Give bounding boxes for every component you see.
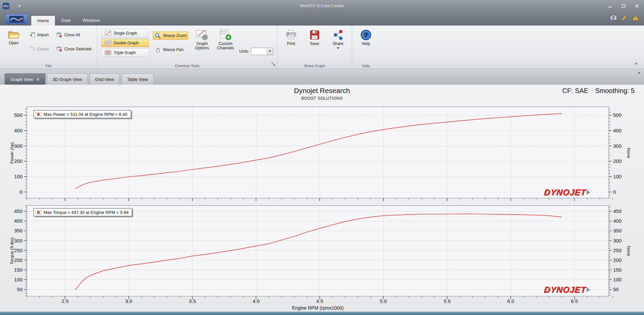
ribbon-group-help: ? Help Help bbox=[352, 26, 380, 69]
close-button[interactable] bbox=[632, 2, 642, 10]
double-graph-button[interactable]: Double Graph bbox=[101, 39, 149, 47]
share-nodes-icon bbox=[332, 29, 344, 41]
y-tick-label: 500 bbox=[613, 112, 622, 118]
hand-icon bbox=[155, 47, 161, 53]
y-tick-label: 450 bbox=[613, 208, 622, 214]
graph-view-panel: Dynojet Research BOOST SOLUTIONS CF: SAE… bbox=[0, 85, 644, 312]
open-button[interactable]: Open bbox=[4, 28, 23, 61]
close-tab-icon[interactable] bbox=[36, 78, 40, 81]
collapse-ribbon-button[interactable] bbox=[634, 61, 639, 67]
ribbon-tab-windows[interactable]: Windows bbox=[76, 15, 106, 26]
torque-legend-text: Max Torque = 437.30 at Engine RPM = 5.64 bbox=[44, 210, 128, 215]
graph-options-button[interactable]: Graph Options bbox=[192, 28, 212, 61]
dynojet-watermark: DYNOJET bbox=[543, 187, 591, 197]
winpep-logo-icon bbox=[9, 15, 24, 23]
share-button[interactable]: Share bbox=[328, 28, 348, 61]
x-tick-label: 4.5 bbox=[316, 298, 323, 304]
doc-tab-table-view[interactable]: Table View bbox=[121, 74, 154, 85]
y-tick-label: 350 bbox=[613, 228, 622, 233]
print-button[interactable]: Print bbox=[281, 28, 301, 61]
legend-marker-icon bbox=[36, 112, 41, 117]
ribbon-group-share: Print Save Share bbox=[277, 26, 352, 69]
mouse-zoom-button[interactable]: Mouse Zoom bbox=[153, 32, 188, 40]
custom-channels-button[interactable]: Custom Channels bbox=[216, 28, 235, 61]
power-legend-text: Max Power = 511.04 at Engine RPM = 6.40 bbox=[44, 112, 127, 117]
ribbon-tab-home[interactable]: Home bbox=[31, 15, 55, 26]
units-dropdown-button[interactable] bbox=[267, 48, 273, 55]
y-tick-label: 150 bbox=[613, 267, 622, 273]
double-graph-icon bbox=[105, 40, 111, 45]
y-tick-label: 200 bbox=[14, 257, 22, 263]
window-controls bbox=[605, 0, 642, 12]
maximize-icon bbox=[622, 4, 626, 8]
y-tick-label: 250 bbox=[14, 248, 22, 253]
units-label: Units bbox=[239, 49, 248, 54]
camera-icon[interactable] bbox=[610, 14, 617, 21]
plot-background bbox=[27, 206, 609, 296]
add-channel-icon bbox=[219, 29, 231, 41]
plot-background bbox=[27, 107, 609, 198]
import-icon bbox=[29, 32, 35, 38]
maximize-button[interactable] bbox=[619, 2, 629, 10]
legend-marker-icon bbox=[36, 210, 41, 215]
pencil-icon[interactable] bbox=[621, 14, 628, 21]
torque-chart[interactable]: 5050100100150150200200250250300300350350… bbox=[0, 201, 644, 312]
ribbon: Open Import Expor bbox=[0, 26, 644, 69]
dropdown-icon bbox=[269, 50, 271, 52]
x-tick-label: 5.5 bbox=[443, 298, 450, 304]
graph-options-label: Graph Options bbox=[193, 42, 211, 50]
mouse-pan-button[interactable]: Mouse Pan bbox=[153, 46, 188, 54]
y-tick-label: 100 bbox=[14, 277, 22, 282]
y-tick-label: 250 bbox=[613, 248, 622, 253]
printer-icon bbox=[285, 29, 297, 41]
x-tick-label: 3.5 bbox=[189, 298, 196, 304]
share-dropdown-icon[interactable] bbox=[337, 47, 339, 49]
triple-graph-icon bbox=[105, 50, 111, 55]
import-button[interactable]: Import bbox=[28, 31, 51, 39]
help-button[interactable]: ? Help bbox=[356, 28, 376, 61]
single-graph-button[interactable]: Single Graph bbox=[101, 29, 149, 37]
doc-tab-graph-view[interactable]: Graph View bbox=[5, 74, 45, 85]
watermark-arrow-icon bbox=[586, 190, 590, 195]
close-all-icon bbox=[56, 32, 62, 38]
y-tick-label: 100 bbox=[613, 277, 622, 282]
triple-graph-button[interactable]: Triple Graph bbox=[101, 48, 149, 57]
window-title: WinPEP 8 Data Center bbox=[0, 0, 644, 12]
y-tick-label: 300 bbox=[14, 238, 22, 243]
power-legend: Max Power = 511.04 at Engine RPM = 6.40 bbox=[34, 110, 131, 118]
power-y-axis-title: Power (hp) bbox=[9, 135, 14, 172]
import-label: Import bbox=[37, 33, 49, 37]
ribbon-group-file: Open Import Expor bbox=[0, 26, 97, 69]
ribbon-tab-row: Home Data Windows bbox=[0, 12, 644, 26]
warning-icon[interactable] bbox=[632, 14, 639, 21]
y-tick-label: 150 bbox=[14, 267, 22, 273]
export-button[interactable]: Export bbox=[28, 45, 51, 53]
chevron-up-icon bbox=[634, 62, 639, 65]
y-tick-label: 0 bbox=[613, 189, 616, 195]
question-icon: ? bbox=[360, 29, 372, 41]
close-selected-button[interactable]: Close Selected bbox=[55, 45, 93, 53]
minimize-button[interactable] bbox=[605, 2, 615, 10]
ribbon-tab-data[interactable]: Data bbox=[55, 15, 76, 26]
close-all-button[interactable]: Close All bbox=[55, 31, 93, 39]
share-label: Share bbox=[333, 42, 343, 46]
save-label: Save bbox=[310, 42, 319, 46]
tab-overflow-button[interactable] bbox=[638, 74, 641, 80]
x-tick-label: 3.0 bbox=[125, 298, 132, 304]
x-tick-label: 5.0 bbox=[380, 298, 387, 304]
help-label: Help bbox=[362, 42, 370, 46]
chevron-down-icon bbox=[638, 72, 641, 80]
torque-legend: Max Torque = 437.30 at Engine RPM = 5.64 bbox=[34, 208, 132, 216]
graph-subtitle: BOOST SOLUTIONS bbox=[0, 96, 644, 101]
watermark-arrow-icon bbox=[586, 287, 590, 292]
y-tick-label: 100 bbox=[613, 174, 622, 179]
y-tick-label: 500 bbox=[14, 112, 22, 118]
application-button[interactable] bbox=[5, 14, 28, 24]
save-button[interactable]: Save bbox=[305, 28, 324, 61]
units-dropdown[interactable] bbox=[251, 48, 273, 55]
doc-tab-3d-graph-view[interactable]: 3D Graph View bbox=[47, 74, 88, 85]
close-icon bbox=[635, 4, 639, 8]
doc-tab-grid-view[interactable]: Grid View bbox=[90, 74, 120, 85]
group-label-file: File bbox=[0, 64, 97, 68]
folder-open-icon bbox=[7, 29, 20, 40]
